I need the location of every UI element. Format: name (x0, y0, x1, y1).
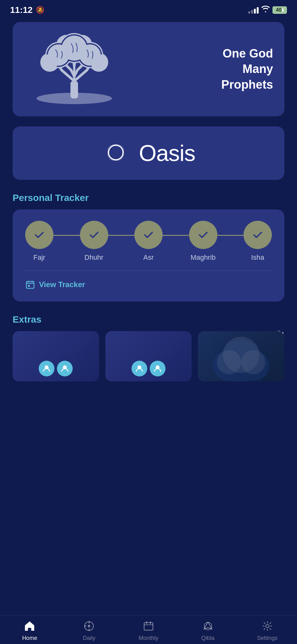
svg-rect-23 (108, 145, 124, 160)
nav-label-qibla: Qibla (201, 635, 215, 641)
prayer-dot-fajr[interactable] (25, 221, 53, 249)
wifi-icon (261, 6, 270, 14)
svg-rect-24 (26, 281, 34, 288)
prayer-dot-dhuhr[interactable] (80, 221, 108, 249)
extras-card-2-icons (132, 361, 165, 376)
battery-icon: 40 (272, 6, 287, 14)
svg-point-16 (91, 54, 107, 70)
prayer-label-dhuhr: Dhuhr (85, 253, 104, 262)
prayer-item-dhuhr[interactable]: Dhuhr (80, 221, 108, 262)
daily-icon (84, 621, 94, 633)
nav-item-home[interactable]: Home (14, 621, 45, 641)
svg-point-51 (266, 625, 269, 628)
home-icon (24, 621, 35, 633)
monthly-icon (143, 621, 154, 633)
nav-item-settings[interactable]: Settings (252, 621, 283, 641)
status-time: 11:12 (10, 5, 33, 15)
nav-label-settings: Settings (257, 635, 277, 641)
tracker-heading: Personal Tracker (13, 192, 284, 203)
nav-item-qibla[interactable]: Qibla (192, 621, 224, 641)
prayer-item-fajr[interactable]: Fajr (25, 221, 53, 262)
extras-icon-2b (150, 361, 165, 376)
nav-item-daily[interactable]: Daily (73, 621, 105, 641)
banner-card: One God Many Prophets (13, 22, 284, 116)
tracker-card: Fajr Dhuhr Asr (13, 209, 284, 302)
prayer-label-maghrib: Maghrib (191, 253, 216, 262)
extras-card-2[interactable] (105, 331, 192, 381)
svg-point-38 (217, 350, 241, 374)
extras-card-1-icons (39, 361, 73, 376)
main-content: One God Many Prophets Oasis Personal Tra… (0, 19, 297, 429)
tracker-divider (25, 270, 272, 271)
tree-illustration (24, 32, 125, 106)
oasis-title: Oasis (139, 140, 195, 166)
banner-motto: One God Many Prophets (125, 46, 273, 92)
svg-point-41 (88, 625, 90, 627)
svg-rect-28 (28, 285, 30, 287)
extras-icon-2a (132, 361, 147, 376)
oasis-logo-icon (102, 138, 130, 168)
svg-point-39 (241, 350, 266, 374)
status-icons: 40 (248, 6, 287, 14)
extras-card-1[interactable] (13, 331, 99, 381)
prayer-dots-container: Fajr Dhuhr Asr (25, 221, 272, 262)
extras-heading: Extras (13, 314, 284, 325)
nav-label-monthly: Monthly (138, 635, 158, 641)
nav-item-monthly[interactable]: Monthly (133, 621, 164, 641)
svg-point-15 (42, 54, 58, 70)
svg-rect-1 (70, 81, 78, 98)
view-tracker-button[interactable]: View Tracker (25, 277, 85, 292)
signal-icon (248, 7, 259, 14)
prayer-label-isha: Isha (251, 253, 264, 262)
bottom-nav: Home Daily Monthly (0, 615, 297, 644)
prayer-dot-isha[interactable] (244, 221, 272, 249)
oasis-card: Oasis (13, 126, 284, 180)
status-bar: 11:12 🔕 40 (0, 0, 297, 19)
extras-section: Extras ↻ (13, 314, 284, 381)
prayer-label-fajr: Fajr (33, 253, 45, 262)
extras-icon-1a (39, 361, 54, 376)
svg-rect-45 (144, 623, 153, 630)
personal-tracker-section: Personal Tracker Fajr (13, 192, 284, 302)
prayer-item-maghrib[interactable]: Maghrib (189, 221, 217, 262)
nav-label-home: Home (22, 635, 37, 641)
bell-muted-icon: 🔕 (36, 6, 44, 14)
prayer-dot-asr[interactable] (134, 221, 163, 249)
nav-label-daily: Daily (83, 635, 95, 641)
extras-card-3[interactable] (198, 331, 284, 381)
qibla-icon (203, 621, 213, 633)
extras-cards-container: ↻ (13, 331, 284, 381)
extras-icon-1b (57, 361, 73, 376)
settings-icon (262, 621, 273, 633)
prayer-dot-maghrib[interactable] (189, 221, 217, 249)
prayer-label-asr: Asr (143, 253, 154, 262)
prayer-item-asr[interactable]: Asr (134, 221, 163, 262)
view-tracker-label: View Tracker (39, 280, 85, 289)
prayer-item-isha[interactable]: Isha (244, 221, 272, 262)
